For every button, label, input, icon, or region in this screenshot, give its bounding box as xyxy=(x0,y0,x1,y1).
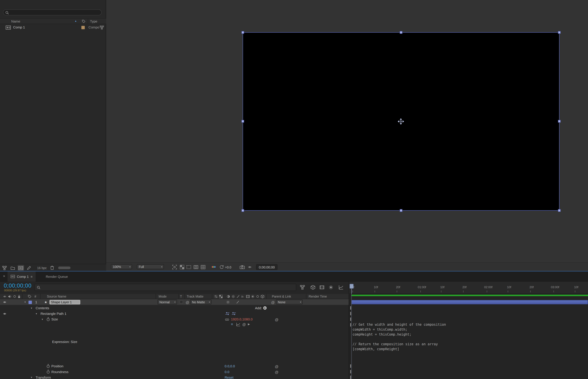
view-grid-icon[interactable] xyxy=(201,265,206,270)
tab-render-queue[interactable]: Render Queue xyxy=(42,271,72,282)
selection-handle[interactable] xyxy=(242,31,244,34)
mini-flowchart-icon[interactable] xyxy=(300,285,305,290)
project-flowchart-icon[interactable] xyxy=(2,266,7,270)
expression-language-icon[interactable]: ▶ xyxy=(248,323,250,326)
draft-3d-icon[interactable] xyxy=(310,285,315,290)
timeline-search-input[interactable] xyxy=(34,284,296,291)
track-matte-pickwhip-icon[interactable]: @ xyxy=(186,300,189,304)
panel-menu-icon[interactable]: ≡ xyxy=(31,275,33,278)
blend-mode-dropdown[interactable]: Normal▾ xyxy=(158,300,177,304)
shy-column-icon[interactable] xyxy=(227,295,230,298)
expression-size-label[interactable]: Expression: Size xyxy=(52,340,77,344)
reset-exposure-icon[interactable] xyxy=(219,265,224,269)
quality-column-icon[interactable] xyxy=(236,295,240,298)
project-item-row[interactable]: Comp 1 Compo xyxy=(0,24,106,30)
quality-icon[interactable] xyxy=(236,300,240,304)
rectangle-path-label[interactable]: Rectangle Path 1 xyxy=(40,312,66,316)
path-operations-icon[interactable] xyxy=(231,312,236,315)
threed-column-icon[interactable] xyxy=(261,295,264,298)
parent-dropdown[interactable]: None▾ xyxy=(276,300,303,304)
show-snapshot-icon[interactable] xyxy=(247,265,252,269)
current-time-indicator-handle[interactable] xyxy=(349,284,354,289)
expression-graph-icon[interactable] xyxy=(236,322,240,327)
region-of-interest-icon[interactable] xyxy=(186,265,191,270)
selection-handle[interactable] xyxy=(558,209,561,212)
selection-handle[interactable] xyxy=(558,120,561,123)
sort-ascending-icon[interactable]: ▲ xyxy=(75,20,77,22)
collapse-transformations-icon[interactable] xyxy=(226,300,230,304)
solo-column-icon[interactable] xyxy=(13,295,16,298)
new-folder-icon[interactable] xyxy=(11,266,15,270)
footer-scrollbar[interactable] xyxy=(58,267,70,269)
timeline-ruler[interactable]: 0f 10f 20f 01:00f 10f 20f 02:00f 10f 20f… xyxy=(349,282,588,294)
column-name[interactable]: Name xyxy=(11,20,20,23)
adjustment-column-icon[interactable] xyxy=(256,295,260,298)
path-direction-icon[interactable] xyxy=(225,312,230,315)
expression-pickwhip-icon[interactable]: @ xyxy=(242,322,246,327)
expression-enable-icon[interactable]: = xyxy=(231,322,233,326)
transform-row[interactable]: ▼ Transform Reset xyxy=(0,375,349,379)
size-row[interactable]: ▼ Size 1920.0,1080.0 @ xyxy=(0,316,349,322)
color-depth-button[interactable]: 16 bpc xyxy=(37,266,47,270)
add-property-button[interactable]: ▶ xyxy=(263,306,267,310)
column-t[interactable]: T xyxy=(180,295,182,298)
size-value[interactable]: 1920.0,1080.0 xyxy=(231,317,253,321)
layer-label-chip[interactable] xyxy=(29,301,32,304)
position-value[interactable]: 0.0,0.0 xyxy=(225,364,235,368)
tab-comp[interactable]: Comp 1 ≡ xyxy=(8,271,35,282)
parent-pickwhip-icon[interactable]: @ xyxy=(271,300,275,304)
roundness-pickwhip-icon[interactable]: @ xyxy=(275,370,278,374)
snapshot-camera-icon[interactable] xyxy=(240,265,245,269)
selection-handle[interactable] xyxy=(400,31,402,34)
layer-name-edit[interactable]: Shape Layer 1 xyxy=(49,300,80,304)
column-mode[interactable]: Mode xyxy=(159,295,167,298)
project-item-name[interactable]: Comp 1 xyxy=(13,26,25,29)
frame-blend-column-icon[interactable] xyxy=(246,295,250,298)
transform-expand-icon[interactable]: ▼ xyxy=(31,376,33,379)
exposure-value[interactable]: +0.0 xyxy=(225,265,231,269)
show-channel-icon[interactable] xyxy=(211,265,216,269)
anchor-point-icon[interactable] xyxy=(398,118,404,125)
size-stopwatch-icon[interactable] xyxy=(46,317,50,321)
column-type[interactable]: Type xyxy=(90,20,97,23)
constrain-proportions-icon[interactable] xyxy=(225,318,230,321)
panel-close-icon[interactable]: × xyxy=(3,274,5,278)
mask-visibility-icon[interactable] xyxy=(194,265,198,270)
motion-blur-icon[interactable] xyxy=(328,285,333,290)
selection-handle[interactable] xyxy=(400,209,402,212)
layer-duration-bar[interactable] xyxy=(351,300,588,304)
grid-guides-icon[interactable] xyxy=(172,265,177,270)
roundness-row[interactable]: Roundness 0.0 @ xyxy=(0,369,349,374)
transform-reset-link[interactable]: Reset xyxy=(225,376,234,379)
project-search-input[interactable] xyxy=(3,9,101,15)
selection-handle[interactable] xyxy=(558,31,561,34)
video-column-icon[interactable] xyxy=(3,295,7,298)
selection-handle[interactable] xyxy=(242,120,244,123)
contents-row[interactable]: ▼ Contents Add: ▶ xyxy=(0,305,349,311)
contents-expand-icon[interactable]: ▼ xyxy=(31,307,33,309)
delete-icon[interactable] xyxy=(50,265,54,270)
position-row[interactable]: Position 0.0,0.0 @ xyxy=(0,363,349,369)
column-parent-link[interactable]: Parent & Link xyxy=(272,295,291,298)
layer-row[interactable]: ▼ 1 ★ Shape Layer 1 Normal▾ @ No Matte▾ … xyxy=(0,299,349,305)
composition-canvas[interactable] xyxy=(243,32,559,210)
motion-blur-column-icon[interactable] xyxy=(251,295,255,298)
layer-expand-icon[interactable]: ▼ xyxy=(24,301,26,303)
roundness-stopwatch-icon[interactable] xyxy=(46,370,50,374)
preserve-transparency-checkbox[interactable] xyxy=(180,300,183,304)
column-source-name[interactable]: Source Name xyxy=(47,295,66,298)
resolution-dropdown[interactable]: Full ▾ xyxy=(137,264,164,269)
collapse-column-icon[interactable] xyxy=(231,295,235,298)
rectangle-path-row[interactable]: ▼ Rectangle Path 1 xyxy=(0,311,349,316)
modes-column-icon[interactable] xyxy=(219,295,223,298)
column-render-time[interactable]: Render Time xyxy=(309,295,327,298)
size-label[interactable]: Size xyxy=(51,317,58,321)
position-label[interactable]: Position xyxy=(51,364,63,368)
selection-handle[interactable] xyxy=(242,209,244,212)
label-column-icon[interactable] xyxy=(28,295,32,298)
transparency-grid-icon[interactable] xyxy=(180,265,184,270)
frame-blending-icon[interactable] xyxy=(320,285,325,290)
viewer-timecode[interactable]: 0;00;00;00 xyxy=(256,264,278,270)
property-visibility-icon[interactable] xyxy=(3,312,7,315)
timeline-track-area[interactable]: // Get the width and height of the compo… xyxy=(349,294,588,379)
